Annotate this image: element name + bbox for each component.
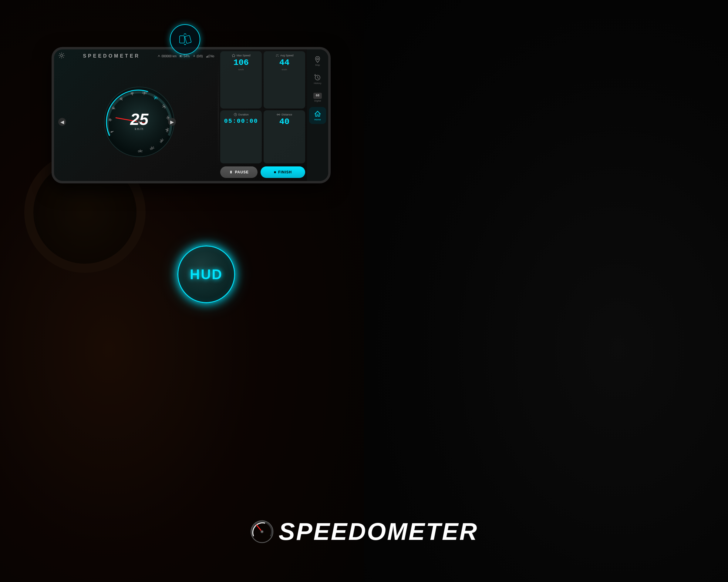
signal-stat: No	[206, 55, 214, 58]
svg-point-2	[61, 55, 63, 57]
svg-rect-9	[209, 55, 210, 58]
sidebar-item-digital[interactable]: 68 Digital	[309, 89, 326, 106]
avg-speed-label: Avg Speed	[276, 54, 294, 57]
max-speed-card: Max Speed 106 km/h	[220, 51, 262, 109]
svg-point-50	[317, 58, 318, 60]
pause-icon: ⏸	[229, 170, 233, 174]
map-label: Map	[315, 64, 320, 66]
settings-icon[interactable]	[58, 52, 66, 60]
svg-point-43	[278, 56, 279, 57]
svg-rect-5	[180, 55, 181, 57]
svg-rect-8	[208, 55, 209, 58]
nav-arrow-left[interactable]: ◀	[58, 118, 66, 126]
hud-label: HUD	[190, 266, 223, 282]
nav-arrow-right[interactable]: ▶	[168, 118, 176, 126]
rotate-icon-container	[170, 24, 200, 55]
svg-rect-6	[206, 56, 207, 58]
distance-card: Distance 40	[264, 110, 305, 164]
left-panel: SPEEDOMETER 000000 km 54% (0/0)	[54, 49, 218, 181]
gauge-container: 0 20 40 60	[103, 85, 176, 158]
svg-line-46	[235, 115, 236, 115]
bottom-logo: SPEEDOMETER	[250, 518, 478, 546]
distance-value: 000000 km	[162, 55, 177, 58]
rotate-phones-icon	[177, 31, 193, 47]
home-icon	[314, 110, 321, 118]
svg-point-3	[158, 55, 159, 56]
pause-button[interactable]: ⏸ PAUSE	[220, 166, 258, 178]
digital-badge: 68	[313, 93, 322, 99]
duration-card: Duration 05:00:00	[220, 110, 262, 164]
svg-point-42	[276, 56, 277, 57]
action-buttons: ⏸ PAUSE ■ FINISH	[220, 165, 305, 179]
svg-text:240: 240	[138, 150, 142, 153]
svg-text:20: 20	[108, 118, 112, 121]
battery-value: 54%	[183, 55, 189, 58]
speedometer-area: ◀	[54, 63, 218, 181]
app-screen: SPEEDOMETER 000000 km 54% (0/0)	[54, 49, 328, 181]
history-label: History	[314, 82, 321, 85]
gps-value: (0/0)	[197, 55, 203, 58]
speed-number: 25	[130, 111, 148, 127]
svg-point-47	[277, 114, 278, 115]
finish-label: FINISH	[278, 170, 292, 174]
distance-stat: 000000 km	[157, 55, 177, 58]
rotate-circle	[170, 24, 200, 55]
max-speed-unit: km/h	[238, 68, 243, 71]
svg-rect-0	[180, 36, 184, 43]
sidebar-item-home[interactable]: Home	[309, 107, 326, 124]
speed-display: 25 km/h	[130, 111, 148, 131]
duration-label: Duration	[234, 113, 249, 116]
battery-stat: 54%	[180, 55, 189, 58]
history-icon	[314, 74, 321, 81]
logo-gauge-icon	[250, 520, 274, 544]
finish-icon: ■	[274, 170, 276, 174]
svg-point-48	[279, 114, 280, 115]
avg-speed-unit: km/h	[282, 68, 287, 71]
header-stats: 000000 km 54% (0/0) No	[157, 55, 214, 58]
signal-value: No	[210, 55, 214, 58]
hud-button-container: HUD	[178, 246, 235, 303]
svg-point-55	[261, 531, 263, 533]
avg-speed-value: 44	[279, 58, 290, 67]
right-sidebar: Map History 68 Digital	[307, 49, 328, 181]
avg-speed-card: Avg Speed 44 km/h	[264, 51, 305, 109]
distance-value: 40	[279, 118, 290, 126]
svg-rect-1	[185, 35, 191, 43]
hud-button[interactable]: HUD	[178, 246, 235, 303]
sidebar-item-map[interactable]: Map	[309, 52, 326, 70]
sidebar-item-history[interactable]: History	[309, 71, 326, 88]
svg-rect-7	[207, 56, 208, 58]
max-speed-value: 106	[234, 58, 249, 67]
max-speed-label: Max Speed	[232, 54, 251, 57]
home-label: Home	[314, 118, 321, 121]
duration-value: 05:00:00	[224, 118, 258, 124]
logo-text: SPEEDOMETER	[279, 518, 478, 546]
app-title: SPEEDOMETER	[69, 53, 154, 59]
digital-label: Digital	[314, 100, 321, 102]
map-icon	[314, 56, 321, 63]
device-frame: SPEEDOMETER 000000 km 54% (0/0)	[52, 47, 331, 184]
stats-grid: Max Speed 106 km/h Avg Speed 44 km/h	[220, 51, 305, 163]
distance-label: Distance	[277, 113, 292, 116]
finish-button[interactable]: ■ FINISH	[261, 166, 305, 178]
pause-label: PAUSE	[235, 170, 249, 174]
gps-stat: (0/0)	[192, 55, 203, 58]
